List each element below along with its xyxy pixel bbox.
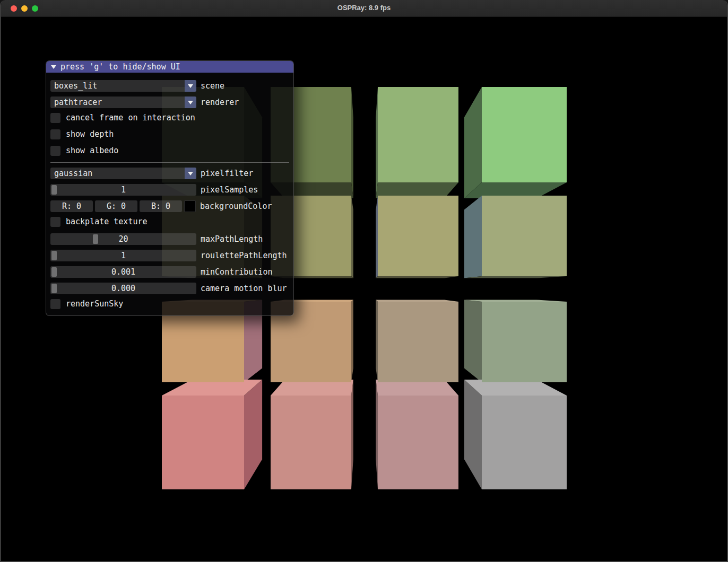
cube-side-face [376,87,378,198]
render-sunsky-row: renderSunSky [50,299,289,309]
cube-side-face [376,196,378,278]
roulette-path-length-label: roulettePathLength [201,252,287,260]
scene-combo-arrow-button[interactable] [185,80,196,92]
pixelfilter-combo-arrow-button[interactable] [185,168,196,179]
renderer-combo-label: renderer [201,99,239,107]
pixel-samples-row: 1 pixelSamples [50,184,289,196]
chevron-down-icon [188,101,193,104]
camera-motion-blur-row: 0.000 camera motion blur [50,283,289,294]
pixelfilter-combo[interactable]: gaussian [50,168,196,179]
cube-side-face [351,87,353,198]
max-path-length-row: 20 maxPathLength [50,233,289,245]
cube-side-face [244,380,262,489]
scene-combo[interactable]: boxes_lit [50,80,196,92]
pixelfilter-combo-row: gaussian pixelfilter [50,168,289,179]
camera-motion-blur-value: 0.000 [50,285,196,293]
roulette-path-length-value: 1 [50,252,196,260]
background-color-swatch[interactable] [184,200,196,212]
pixel-samples-label: pixelSamples [201,186,258,194]
cube-front-face [482,196,567,276]
cancel-frame-checkbox[interactable] [50,113,60,123]
min-contribution-value: 0.001 [50,268,196,276]
camera-motion-blur-slider[interactable]: 0.000 [50,283,196,294]
show-depth-row: show depth [50,129,289,139]
pixel-samples-value: 1 [50,186,196,194]
chevron-down-icon [188,84,193,88]
show-albedo-label: show albedo [66,147,118,155]
cube-side-face [376,300,378,382]
background-color-g-field[interactable]: G: 0 [95,200,137,212]
camera-motion-blur-label: camera motion blur [201,285,287,293]
backplate-texture-row: backplate texture [50,217,289,227]
cube-front-face [378,196,458,276]
background-color-r-value: R: 0 [62,203,81,210]
separator [50,162,289,163]
backplate-texture-label: backplate texture [66,218,148,226]
background-color-row: R: 0 G: 0 B: 0 backgroundColor [50,200,289,212]
render-sunsky-label: renderSunSky [66,300,123,308]
pixelfilter-combo-label: pixelfilter [201,170,253,178]
renderer-combo-row: pathtracer renderer [50,96,289,108]
imgui-panel[interactable]: press 'g' to hide/show UI boxes_lit scen… [46,60,294,316]
cube-front-face [482,396,567,489]
min-contribution-slider[interactable]: 0.001 [50,266,196,278]
roulette-path-length-slider[interactable]: 1 [50,250,196,261]
cube-side-face [464,276,567,278]
cancel-frame-label: cancel frame on interaction [66,114,195,122]
cube-front-face [378,396,458,489]
cancel-frame-row: cancel frame on interaction [50,113,289,123]
cube-front-face [378,87,458,182]
cube-side-face [351,196,353,278]
max-path-length-value: 20 [50,235,196,243]
cube-side-face [376,300,458,302]
max-path-length-label: maxPathLength [201,235,263,243]
roulette-path-length-row: 1 roulettePathLength [50,250,289,261]
cube-side-face [376,380,378,489]
cube-side-face [351,300,353,382]
renderer-combo[interactable]: pathtracer [50,96,196,108]
app-window: OSPRay: 8.9 fps press 'g' to hide/show U… [0,0,728,562]
cube-front-face [162,396,244,489]
show-depth-label: show depth [66,130,114,138]
background-color-g-value: G: 0 [107,203,126,210]
chevron-down-icon [188,172,193,175]
panel-title: press 'g' to hide/show UI [60,63,180,71]
scene-combo-label: scene [201,82,224,90]
panel-body: boxes_lit scene pathtracer rendere [46,73,293,315]
cube-front-face [482,87,567,182]
pixelfilter-combo-value: gaussian [50,170,92,178]
cube-front-face [482,302,567,382]
cube-front-face [378,302,458,382]
show-depth-checkbox[interactable] [50,129,60,139]
collapse-arrow-icon[interactable] [51,65,56,69]
cube-side-face [464,300,567,302]
scene-combo-value: boxes_lit [50,82,97,90]
show-albedo-checkbox[interactable] [50,146,60,156]
panel-titlebar[interactable]: press 'g' to hide/show UI [46,61,293,73]
render-sunsky-checkbox[interactable] [50,299,60,309]
cube-side-face [351,380,353,489]
cube-side-face [376,276,458,278]
cube-side-face [464,380,482,489]
background-color-b-field[interactable]: B: 0 [140,200,182,212]
cube-front-face [271,396,351,489]
scene-combo-row: boxes_lit scene [50,80,289,92]
min-contribution-row: 0.001 minContribution [50,266,289,278]
show-albedo-row: show albedo [50,146,289,156]
cube-side-face [464,87,482,198]
window-title: OSPRay: 8.9 fps [1,4,727,12]
render-viewport[interactable]: press 'g' to hide/show UI boxes_lit scen… [1,17,727,561]
backplate-texture-checkbox[interactable] [50,217,60,227]
renderer-combo-value: pathtracer [50,99,102,107]
pixel-samples-slider[interactable]: 1 [50,184,196,196]
background-color-b-value: B: 0 [151,203,170,210]
background-color-r-field[interactable]: R: 0 [50,200,93,212]
mac-titlebar[interactable]: OSPRay: 8.9 fps [1,0,727,17]
cube-side-face [464,196,482,278]
max-path-length-slider[interactable]: 20 [50,233,196,245]
min-contribution-label: minContribution [201,268,272,276]
background-color-label: backgroundColor [200,203,272,210]
renderer-combo-arrow-button[interactable] [185,96,196,108]
cube-side-face [464,300,482,382]
